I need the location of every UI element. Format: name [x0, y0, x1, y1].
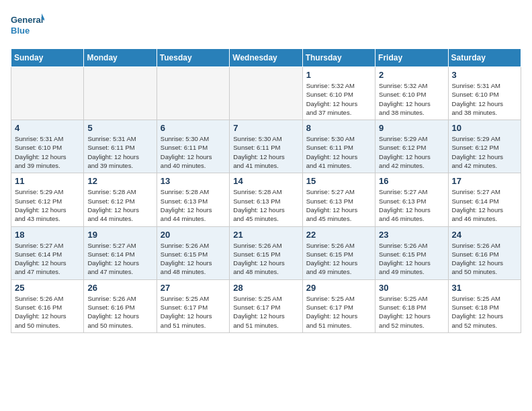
day-number: 10	[452, 123, 517, 133]
day-number: 29	[306, 283, 371, 293]
day-number: 7	[233, 123, 298, 133]
day-info: Sunrise: 5:29 AM Sunset: 6:12 PM Dayligh…	[15, 187, 80, 223]
day-number: 5	[87, 123, 152, 133]
day-number: 16	[379, 176, 444, 186]
calendar-cell: 4Sunrise: 5:31 AM Sunset: 6:10 PM Daylig…	[11, 120, 84, 173]
calendar-cell: 14Sunrise: 5:28 AM Sunset: 6:13 PM Dayli…	[230, 173, 302, 226]
calendar-cell: 6Sunrise: 5:30 AM Sunset: 6:11 PM Daylig…	[157, 120, 229, 173]
day-info: Sunrise: 5:32 AM Sunset: 6:10 PM Dayligh…	[379, 81, 444, 117]
calendar-cell: 12Sunrise: 5:28 AM Sunset: 6:12 PM Dayli…	[84, 173, 157, 226]
day-info: Sunrise: 5:30 AM Sunset: 6:11 PM Dayligh…	[306, 134, 371, 170]
day-number: 27	[161, 283, 226, 293]
calendar-cell: 27Sunrise: 5:25 AM Sunset: 6:17 PM Dayli…	[157, 279, 229, 332]
calendar-cell: 10Sunrise: 5:29 AM Sunset: 6:12 PM Dayli…	[448, 120, 521, 173]
calendar-week-1: 1Sunrise: 5:32 AM Sunset: 6:10 PM Daylig…	[11, 67, 521, 120]
calendar-cell: 31Sunrise: 5:25 AM Sunset: 6:18 PM Dayli…	[448, 279, 521, 332]
day-info: Sunrise: 5:25 AM Sunset: 6:17 PM Dayligh…	[233, 294, 298, 330]
day-number: 26	[87, 283, 152, 293]
weekday-header-tuesday: Tuesday	[157, 49, 229, 67]
svg-text:Blue: Blue	[11, 26, 30, 36]
day-number: 4	[15, 123, 80, 133]
day-number: 1	[306, 70, 371, 80]
calendar-cell: 11Sunrise: 5:29 AM Sunset: 6:12 PM Dayli…	[11, 173, 84, 226]
day-info: Sunrise: 5:27 AM Sunset: 6:14 PM Dayligh…	[87, 241, 152, 277]
svg-text:General: General	[11, 15, 43, 25]
day-number: 31	[452, 283, 517, 293]
day-info: Sunrise: 5:27 AM Sunset: 6:14 PM Dayligh…	[452, 187, 517, 223]
day-number: 24	[452, 230, 517, 240]
day-number: 13	[161, 176, 226, 186]
calendar-cell: 13Sunrise: 5:28 AM Sunset: 6:13 PM Dayli…	[157, 173, 229, 226]
weekday-header-friday: Friday	[375, 49, 448, 67]
day-info: Sunrise: 5:27 AM Sunset: 6:13 PM Dayligh…	[306, 187, 371, 223]
calendar-cell: 19Sunrise: 5:27 AM Sunset: 6:14 PM Dayli…	[84, 226, 157, 279]
logo: General Blue	[11, 11, 44, 40]
weekday-header-saturday: Saturday	[448, 49, 521, 67]
day-number: 2	[379, 70, 444, 80]
day-info: Sunrise: 5:26 AM Sunset: 6:16 PM Dayligh…	[15, 294, 80, 330]
day-number: 11	[15, 176, 80, 186]
calendar-table: SundayMondayTuesdayWednesdayThursdayFrid…	[11, 48, 521, 333]
day-info: Sunrise: 5:30 AM Sunset: 6:11 PM Dayligh…	[161, 134, 226, 170]
day-info: Sunrise: 5:32 AM Sunset: 6:10 PM Dayligh…	[306, 81, 371, 117]
day-info: Sunrise: 5:26 AM Sunset: 6:15 PM Dayligh…	[306, 241, 371, 277]
day-number: 14	[233, 176, 298, 186]
day-info: Sunrise: 5:29 AM Sunset: 6:12 PM Dayligh…	[452, 134, 517, 170]
calendar-cell: 18Sunrise: 5:27 AM Sunset: 6:14 PM Dayli…	[11, 226, 84, 279]
calendar-week-3: 11Sunrise: 5:29 AM Sunset: 6:12 PM Dayli…	[11, 173, 521, 226]
calendar-cell: 24Sunrise: 5:26 AM Sunset: 6:16 PM Dayli…	[448, 226, 521, 279]
day-info: Sunrise: 5:25 AM Sunset: 6:17 PM Dayligh…	[306, 294, 371, 330]
day-info: Sunrise: 5:26 AM Sunset: 6:15 PM Dayligh…	[161, 241, 226, 277]
day-number: 17	[452, 176, 517, 186]
day-info: Sunrise: 5:26 AM Sunset: 6:15 PM Dayligh…	[233, 241, 298, 277]
calendar-cell: 21Sunrise: 5:26 AM Sunset: 6:15 PM Dayli…	[230, 226, 302, 279]
calendar-cell: 23Sunrise: 5:26 AM Sunset: 6:15 PM Dayli…	[375, 226, 448, 279]
calendar-cell: 7Sunrise: 5:30 AM Sunset: 6:11 PM Daylig…	[230, 120, 302, 173]
day-info: Sunrise: 5:28 AM Sunset: 6:13 PM Dayligh…	[161, 187, 226, 223]
day-number: 21	[233, 230, 298, 240]
day-number: 3	[452, 70, 517, 80]
calendar-cell: 26Sunrise: 5:26 AM Sunset: 6:16 PM Dayli…	[84, 279, 157, 332]
day-info: Sunrise: 5:28 AM Sunset: 6:13 PM Dayligh…	[233, 187, 298, 223]
calendar-cell: 30Sunrise: 5:25 AM Sunset: 6:18 PM Dayli…	[375, 279, 448, 332]
day-info: Sunrise: 5:29 AM Sunset: 6:12 PM Dayligh…	[379, 134, 444, 170]
day-number: 22	[306, 230, 371, 240]
logo-svg: General Blue	[11, 11, 44, 40]
day-info: Sunrise: 5:31 AM Sunset: 6:11 PM Dayligh…	[87, 134, 152, 170]
day-info: Sunrise: 5:31 AM Sunset: 6:10 PM Dayligh…	[15, 134, 80, 170]
day-number: 12	[87, 176, 152, 186]
day-info: Sunrise: 5:26 AM Sunset: 6:16 PM Dayligh…	[87, 294, 152, 330]
day-number: 9	[379, 123, 444, 133]
day-info: Sunrise: 5:28 AM Sunset: 6:12 PM Dayligh…	[87, 187, 152, 223]
day-info: Sunrise: 5:25 AM Sunset: 6:18 PM Dayligh…	[452, 294, 517, 330]
day-number: 20	[161, 230, 226, 240]
calendar-cell: 2Sunrise: 5:32 AM Sunset: 6:10 PM Daylig…	[375, 67, 448, 120]
day-number: 23	[379, 230, 444, 240]
calendar-cell	[84, 67, 157, 120]
calendar-cell: 8Sunrise: 5:30 AM Sunset: 6:11 PM Daylig…	[302, 120, 375, 173]
weekday-header-thursday: Thursday	[302, 49, 375, 67]
calendar-cell	[11, 67, 84, 120]
day-number: 25	[15, 283, 80, 293]
day-info: Sunrise: 5:26 AM Sunset: 6:16 PM Dayligh…	[452, 241, 517, 277]
day-number: 8	[306, 123, 371, 133]
weekday-header-wednesday: Wednesday	[230, 49, 302, 67]
calendar-cell	[230, 67, 302, 120]
calendar-cell: 15Sunrise: 5:27 AM Sunset: 6:13 PM Dayli…	[302, 173, 375, 226]
calendar-cell: 28Sunrise: 5:25 AM Sunset: 6:17 PM Dayli…	[230, 279, 302, 332]
day-info: Sunrise: 5:31 AM Sunset: 6:10 PM Dayligh…	[452, 81, 517, 117]
calendar-cell: 16Sunrise: 5:27 AM Sunset: 6:13 PM Dayli…	[375, 173, 448, 226]
day-number: 30	[379, 283, 444, 293]
day-info: Sunrise: 5:27 AM Sunset: 6:13 PM Dayligh…	[379, 187, 444, 223]
calendar-week-4: 18Sunrise: 5:27 AM Sunset: 6:14 PM Dayli…	[11, 226, 521, 279]
calendar-week-5: 25Sunrise: 5:26 AM Sunset: 6:16 PM Dayli…	[11, 279, 521, 332]
weekday-header-monday: Monday	[84, 49, 157, 67]
calendar-week-2: 4Sunrise: 5:31 AM Sunset: 6:10 PM Daylig…	[11, 120, 521, 173]
day-info: Sunrise: 5:27 AM Sunset: 6:14 PM Dayligh…	[15, 241, 80, 277]
day-number: 6	[161, 123, 226, 133]
day-number: 28	[233, 283, 298, 293]
day-info: Sunrise: 5:30 AM Sunset: 6:11 PM Dayligh…	[233, 134, 298, 170]
day-number: 15	[306, 176, 371, 186]
calendar-cell: 29Sunrise: 5:25 AM Sunset: 6:17 PM Dayli…	[302, 279, 375, 332]
calendar-cell: 20Sunrise: 5:26 AM Sunset: 6:15 PM Dayli…	[157, 226, 229, 279]
